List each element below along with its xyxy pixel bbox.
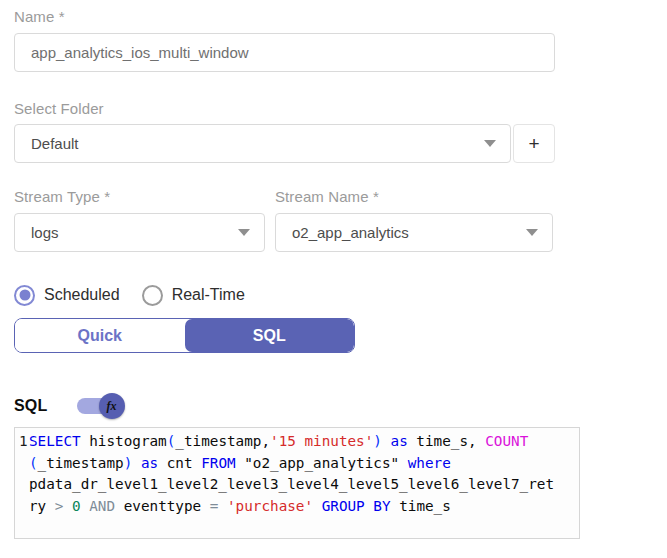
fx-icon: fx — [99, 393, 125, 419]
code-line: (_timestamp) as cnt FROM "o2_app_analyti… — [19, 453, 577, 475]
radio-scheduled-label: Scheduled — [44, 286, 120, 304]
alert-mode-radio-group: Scheduled Real-Time — [14, 281, 267, 309]
code-text: SELECT histogram(_timestamp,'15 minutes'… — [29, 431, 528, 453]
stream-name-label: Stream Name * — [275, 188, 379, 205]
folder-select-value: Default — [31, 135, 484, 152]
alert-form-page: Name * Select Folder Default + Stream Ty… — [0, 0, 667, 558]
function-toggle[interactable]: fx — [77, 393, 125, 419]
line-number — [19, 474, 29, 496]
code-line: ry > 0 AND eventtype = 'purchase' GROUP … — [19, 496, 577, 518]
chevron-down-icon — [484, 140, 496, 147]
stream-type-label: Stream Type * — [14, 188, 110, 205]
stream-type-select[interactable]: logs — [14, 213, 265, 252]
sql-section-header: SQL fx — [14, 393, 125, 419]
stream-name-select-value: o2_app_analytics — [292, 224, 526, 241]
stream-type-select-value: logs — [31, 224, 238, 241]
code-text: ry > 0 AND eventtype = 'purchase' GROUP … — [29, 496, 451, 518]
add-folder-button[interactable]: + — [513, 124, 555, 163]
name-input[interactable] — [14, 33, 555, 72]
radio-selected-icon — [14, 285, 35, 306]
chevron-down-icon — [526, 229, 538, 236]
radio-unselected-icon — [142, 285, 163, 306]
code-line: 1SELECT histogram(_timestamp,'15 minutes… — [19, 431, 577, 453]
radio-real-time[interactable]: Real-Time — [142, 285, 245, 306]
line-number: 1 — [19, 431, 29, 453]
code-line: pdata_dr_level1_level2_level3_level4_lev… — [19, 474, 577, 496]
radio-real-time-label: Real-Time — [172, 286, 245, 304]
chevron-down-icon — [238, 229, 250, 236]
code-text: (_timestamp) as cnt FROM "o2_app_analyti… — [29, 453, 451, 475]
line-number — [19, 453, 29, 475]
sql-section-title: SQL — [14, 397, 48, 415]
folder-label: Select Folder — [14, 100, 104, 117]
tab-sql[interactable]: SQL — [185, 319, 355, 352]
sql-query-editor[interactable]: 1SELECT histogram(_timestamp,'15 minutes… — [14, 427, 580, 539]
radio-scheduled[interactable]: Scheduled — [14, 285, 120, 306]
query-mode-tab-group: Quick SQL — [14, 318, 355, 353]
name-label: Name * — [14, 8, 65, 25]
stream-name-select[interactable]: o2_app_analytics — [275, 213, 553, 252]
folder-select[interactable]: Default — [14, 124, 511, 163]
line-number — [19, 496, 29, 518]
code-text: pdata_dr_level1_level2_level3_level4_lev… — [29, 474, 554, 496]
tab-quick[interactable]: Quick — [15, 319, 185, 352]
